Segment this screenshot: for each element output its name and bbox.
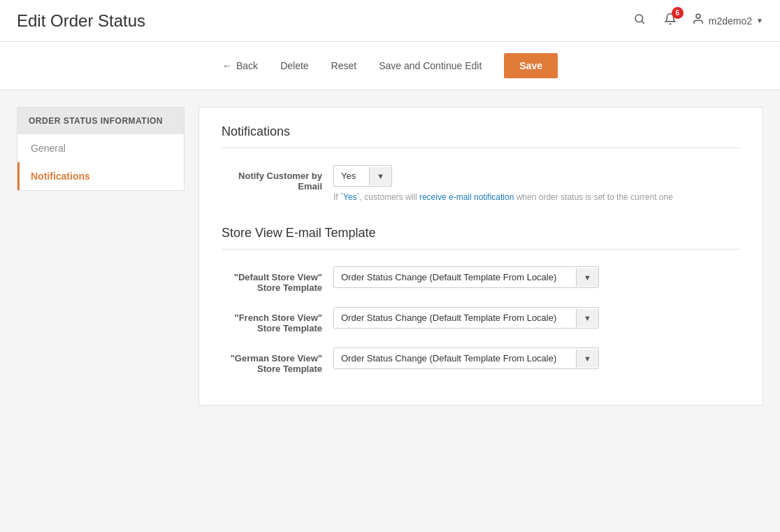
svg-point-2: [696, 14, 700, 18]
delete-label: Delete: [280, 60, 308, 71]
svg-point-0: [635, 15, 643, 22]
search-icon: [633, 13, 646, 25]
default-store-control: Order Status Change (Default Template Fr…: [333, 266, 740, 288]
notifications-section-title: Notifications: [222, 124, 740, 139]
chevron-down-icon: ▼: [756, 17, 763, 24]
user-icon: [692, 13, 705, 29]
section-divider-notifications: [222, 148, 740, 148]
action-bar: ← Back Delete Reset Save and Continue Ed…: [0, 42, 780, 90]
german-store-dropdown-btn[interactable]: ▼: [576, 350, 598, 368]
notification-button[interactable]: 6: [661, 10, 679, 31]
notify-select-wrapper: Yes ▼: [333, 165, 392, 187]
notify-select-value: Yes: [334, 166, 369, 186]
sidebar-item-general[interactable]: General: [17, 134, 184, 162]
store-template-section: Store View E-mail Template "Default Stor…: [222, 226, 740, 374]
notify-customer-row: Notify Customer by Email Yes ▼ If `Yes`,…: [222, 165, 740, 203]
user-menu[interactable]: m2demo2 ▼: [692, 13, 763, 29]
section-divider-store-template: [222, 249, 740, 250]
page-title: Edit Order Status: [17, 11, 145, 31]
german-store-select-value: Order Status Change (Default Template Fr…: [334, 348, 576, 368]
reset-label: Reset: [331, 60, 357, 71]
default-store-template-row: "Default Store View" Store Template Orde…: [222, 266, 740, 293]
french-store-select-value: Order Status Change (Default Template Fr…: [334, 308, 576, 328]
back-button[interactable]: ← Back: [222, 60, 258, 71]
save-continue-button[interactable]: Save and Continue Edit: [379, 60, 482, 71]
back-arrow-icon: ←: [222, 60, 232, 71]
main-layout: ORDER STATUS INFORMATION General Notific…: [0, 90, 780, 422]
default-store-dropdown-btn[interactable]: ▼: [576, 268, 598, 287]
notify-customer-label: Notify Customer by Email: [222, 165, 333, 192]
sidebar: ORDER STATUS INFORMATION General Notific…: [17, 107, 185, 191]
sidebar-section-header: ORDER STATUS INFORMATION: [17, 108, 184, 134]
svg-line-1: [642, 21, 644, 23]
default-store-select-wrapper: Order Status Change (Default Template Fr…: [333, 266, 599, 288]
save-continue-label: Save and Continue Edit: [379, 60, 482, 71]
notify-help-text: If `Yes`, customers will receive e-mail …: [333, 191, 740, 203]
default-store-select-value: Order Status Change (Default Template Fr…: [334, 267, 576, 287]
french-store-select-wrapper: Order Status Change (Default Template Fr…: [333, 307, 599, 329]
notify-select-dropdown[interactable]: ▼: [369, 167, 391, 185]
default-store-label: "Default Store View" Store Template: [222, 266, 333, 293]
help-text-highlight: `Yes`: [340, 192, 360, 202]
search-button[interactable]: [630, 10, 649, 31]
save-button[interactable]: Save: [504, 53, 558, 78]
top-bar-right: 6 m2demo2 ▼: [630, 10, 763, 31]
top-bar: Edit Order Status 6 m2demo2 ▼: [0, 0, 780, 42]
french-store-control: Order Status Change (Default Template Fr…: [333, 307, 740, 329]
french-store-dropdown-btn[interactable]: ▼: [576, 309, 598, 327]
reset-button[interactable]: Reset: [331, 60, 357, 71]
french-store-label: "French Store View" Store Template: [222, 307, 333, 333]
german-store-select-wrapper: Order Status Change (Default Template Fr…: [333, 347, 599, 369]
german-store-label: "German Store View" Store Template: [222, 347, 333, 374]
username-label: m2demo2: [709, 15, 752, 27]
german-store-template-row: "German Store View" Store Template Order…: [222, 347, 740, 374]
content-area: Notifications Notify Customer by Email Y…: [198, 107, 763, 405]
notify-customer-control: Yes ▼ If `Yes`, customers will receive e…: [333, 165, 740, 203]
french-store-template-row: "French Store View" Store Template Order…: [222, 307, 740, 333]
store-template-section-title: Store View E-mail Template: [222, 226, 740, 240]
notification-badge: 6: [672, 7, 684, 19]
delete-button[interactable]: Delete: [280, 60, 308, 71]
sidebar-item-notifications[interactable]: Notifications: [17, 162, 184, 190]
german-store-control: Order Status Change (Default Template Fr…: [333, 347, 740, 369]
